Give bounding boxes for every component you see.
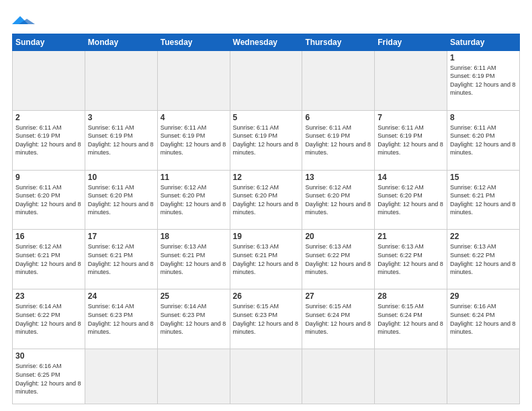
day-number: 30: [15, 351, 82, 361]
day-number: 2: [15, 113, 82, 122]
day-info: Sunrise: 6:11 AMSunset: 6:19 PMDaylight:…: [15, 124, 82, 157]
day-cell: [375, 50, 447, 110]
day-number: 14: [378, 173, 444, 182]
day-cell: 2Sunrise: 6:11 AMSunset: 6:19 PMDaylight…: [13, 110, 85, 170]
header-thursday: Thursday: [302, 34, 375, 50]
day-cell: 28Sunrise: 6:15 AMSunset: 6:24 PMDayligh…: [375, 289, 447, 349]
day-cell: 7Sunrise: 6:11 AMSunset: 6:19 PMDaylight…: [375, 110, 447, 170]
day-number: 24: [88, 291, 154, 301]
day-info: Sunrise: 6:12 AMSunset: 6:20 PMDaylight:…: [305, 183, 371, 217]
day-info: Sunrise: 6:13 AMSunset: 6:22 PMDaylight:…: [450, 242, 517, 276]
day-info: Sunrise: 6:11 AMSunset: 6:19 PMDaylight:…: [378, 124, 444, 157]
day-cell: 20Sunrise: 6:13 AMSunset: 6:22 PMDayligh…: [302, 230, 375, 289]
day-number: 13: [305, 173, 371, 182]
day-info: Sunrise: 6:11 AMSunset: 6:19 PMDaylight:…: [88, 124, 154, 157]
day-cell: 24Sunrise: 6:14 AMSunset: 6:23 PMDayligh…: [85, 289, 157, 349]
day-cell: [13, 50, 85, 110]
day-number: 21: [378, 232, 444, 241]
header-sunday: Sunday: [13, 34, 85, 50]
day-number: 27: [305, 291, 371, 301]
day-cell: [230, 349, 302, 404]
logo-text: [12, 15, 46, 28]
day-cell: 9Sunrise: 6:11 AMSunset: 6:20 PMDaylight…: [13, 170, 85, 230]
day-info: Sunrise: 6:12 AMSunset: 6:20 PMDaylight:…: [378, 183, 444, 217]
day-number: 9: [15, 173, 82, 182]
header-tuesday: Tuesday: [157, 34, 230, 50]
logo: [12, 15, 46, 28]
day-info: Sunrise: 6:11 AMSunset: 6:19 PMDaylight:…: [305, 124, 371, 157]
day-info: Sunrise: 6:16 AMSunset: 6:24 PMDaylight:…: [450, 302, 517, 336]
day-cell: 22Sunrise: 6:13 AMSunset: 6:22 PMDayligh…: [447, 230, 520, 289]
day-info: Sunrise: 6:15 AMSunset: 6:23 PMDaylight:…: [233, 302, 300, 336]
day-info: Sunrise: 6:12 AMSunset: 6:21 PMDaylight:…: [450, 183, 517, 217]
day-number: 26: [233, 291, 300, 301]
week-row-1: 1Sunrise: 6:11 AMSunset: 6:19 PMDaylight…: [13, 50, 520, 110]
day-number: 8: [450, 113, 517, 122]
day-number: 16: [15, 232, 82, 241]
day-number: 17: [88, 232, 154, 241]
day-cell: 27Sunrise: 6:15 AMSunset: 6:24 PMDayligh…: [302, 289, 375, 349]
day-info: Sunrise: 6:12 AMSunset: 6:21 PMDaylight:…: [88, 242, 154, 276]
calendar-table: Sunday Monday Tuesday Wednesday Thursday…: [12, 34, 520, 404]
header-wednesday: Wednesday: [230, 34, 302, 50]
day-cell: 1Sunrise: 6:11 AMSunset: 6:19 PMDaylight…: [447, 50, 520, 110]
day-info: Sunrise: 6:14 AMSunset: 6:22 PMDaylight:…: [15, 302, 82, 336]
day-number: 10: [88, 173, 154, 182]
day-cell: 18Sunrise: 6:13 AMSunset: 6:21 PMDayligh…: [157, 230, 230, 289]
day-number: 28: [378, 291, 444, 301]
day-number: 15: [450, 173, 517, 182]
day-cell: [230, 50, 302, 110]
day-cell: [85, 349, 157, 404]
day-info: Sunrise: 6:14 AMSunset: 6:23 PMDaylight:…: [161, 302, 227, 336]
day-info: Sunrise: 6:11 AMSunset: 6:20 PMDaylight:…: [450, 124, 517, 157]
day-number: 23: [15, 291, 82, 301]
day-info: Sunrise: 6:11 AMSunset: 6:19 PMDaylight:…: [233, 124, 300, 157]
day-info: Sunrise: 6:12 AMSunset: 6:21 PMDaylight:…: [15, 242, 82, 276]
day-info: Sunrise: 6:12 AMSunset: 6:20 PMDaylight:…: [233, 183, 300, 217]
header-friday: Friday: [375, 34, 447, 50]
week-row-3: 9Sunrise: 6:11 AMSunset: 6:20 PMDaylight…: [13, 170, 520, 230]
day-cell: [157, 50, 230, 110]
day-number: 5: [233, 113, 300, 122]
day-cell: [157, 349, 230, 404]
day-cell: 16Sunrise: 6:12 AMSunset: 6:21 PMDayligh…: [13, 230, 85, 289]
day-info: Sunrise: 6:11 AMSunset: 6:20 PMDaylight:…: [15, 183, 82, 217]
day-info: Sunrise: 6:12 AMSunset: 6:20 PMDaylight:…: [161, 183, 227, 217]
day-cell: 29Sunrise: 6:16 AMSunset: 6:24 PMDayligh…: [447, 289, 520, 349]
day-cell: 4Sunrise: 6:11 AMSunset: 6:19 PMDaylight…: [157, 110, 230, 170]
day-number: 6: [305, 113, 371, 122]
day-info: Sunrise: 6:13 AMSunset: 6:21 PMDaylight:…: [161, 242, 227, 276]
day-cell: 6Sunrise: 6:11 AMSunset: 6:19 PMDaylight…: [302, 110, 375, 170]
day-cell: 14Sunrise: 6:12 AMSunset: 6:20 PMDayligh…: [375, 170, 447, 230]
day-number: 19: [233, 232, 300, 241]
day-number: 3: [88, 113, 154, 122]
day-cell: 5Sunrise: 6:11 AMSunset: 6:19 PMDaylight…: [230, 110, 302, 170]
header-monday: Monday: [85, 34, 157, 50]
logo-icon: [12, 15, 46, 26]
day-number: 25: [161, 291, 227, 301]
day-number: 1: [450, 53, 517, 62]
day-cell: 23Sunrise: 6:14 AMSunset: 6:22 PMDayligh…: [13, 289, 85, 349]
weekday-header-row: Sunday Monday Tuesday Wednesday Thursday…: [13, 34, 520, 50]
day-cell: 17Sunrise: 6:12 AMSunset: 6:21 PMDayligh…: [85, 230, 157, 289]
header-saturday: Saturday: [447, 34, 520, 50]
day-cell: 21Sunrise: 6:13 AMSunset: 6:22 PMDayligh…: [375, 230, 447, 289]
day-info: Sunrise: 6:13 AMSunset: 6:21 PMDaylight:…: [233, 242, 300, 276]
day-cell: 25Sunrise: 6:14 AMSunset: 6:23 PMDayligh…: [157, 289, 230, 349]
day-number: 12: [233, 173, 300, 182]
day-cell: 13Sunrise: 6:12 AMSunset: 6:20 PMDayligh…: [302, 170, 375, 230]
day-number: 4: [161, 113, 227, 122]
day-cell: 26Sunrise: 6:15 AMSunset: 6:23 PMDayligh…: [230, 289, 302, 349]
day-info: Sunrise: 6:14 AMSunset: 6:23 PMDaylight:…: [88, 302, 154, 336]
week-row-2: 2Sunrise: 6:11 AMSunset: 6:19 PMDaylight…: [13, 110, 520, 170]
day-info: Sunrise: 6:15 AMSunset: 6:24 PMDaylight:…: [378, 302, 444, 336]
day-info: Sunrise: 6:13 AMSunset: 6:22 PMDaylight:…: [378, 242, 444, 276]
day-cell: 12Sunrise: 6:12 AMSunset: 6:20 PMDayligh…: [230, 170, 302, 230]
day-cell: [85, 50, 157, 110]
day-number: 29: [450, 291, 517, 301]
day-info: Sunrise: 6:13 AMSunset: 6:22 PMDaylight:…: [305, 242, 371, 276]
day-number: 22: [450, 232, 517, 241]
week-row-6: 30Sunrise: 6:16 AMSunset: 6:25 PMDayligh…: [13, 349, 520, 404]
day-info: Sunrise: 6:16 AMSunset: 6:25 PMDaylight:…: [15, 362, 82, 396]
day-cell: [302, 349, 375, 404]
